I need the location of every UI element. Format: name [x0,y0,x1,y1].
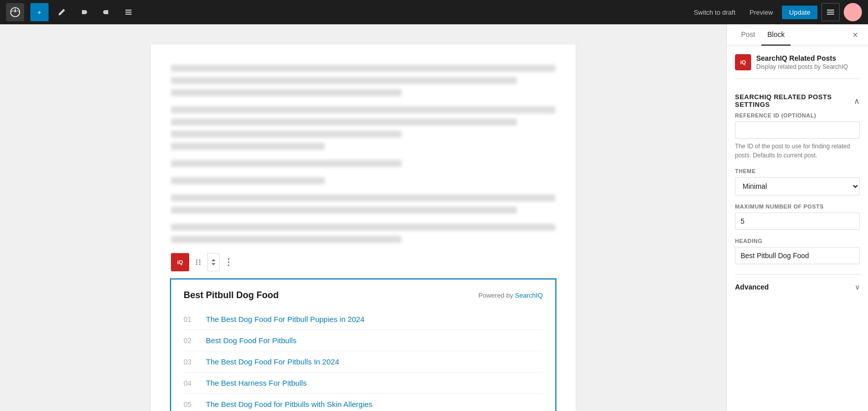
svg-point-10 [199,262,200,263]
heading-field-group: HEADING [735,238,860,264]
advanced-title: Advanced [735,283,769,291]
tab-post[interactable]: Post [735,24,761,46]
redo-button[interactable] [97,3,115,21]
edit-button[interactable] [53,3,71,21]
toolbar: + Switch to draft Preview Update [0,0,868,24]
editor-content: iQ [151,45,576,411]
drag-icon [195,259,202,266]
svg-rect-6 [827,14,834,15]
settings-collapse-icon: ∧ [854,96,860,106]
wp-logo [6,3,24,21]
blurred-content-2 [171,106,555,150]
switch-to-draft-button[interactable]: Switch to draft [688,6,740,19]
list-item: 02 Best Dog Food For Pitbulls [184,330,543,351]
svg-point-15 [228,265,230,266]
item-link[interactable]: The Best Dog Food For Pitbull Puppies in… [206,315,365,323]
move-up-icon [211,259,216,262]
block-info: iQ SearchIQ Related Posts Display relate… [735,54,860,79]
svg-point-12 [199,264,200,265]
max-posts-field-group: MAXIMUM NUMBER OF POSTS [735,203,860,230]
reference-id-input[interactable] [735,121,860,139]
svg-point-8 [199,260,200,261]
tab-block[interactable]: Block [761,24,791,46]
settings-section-title: SearchIQ Related Posts Settings [735,93,854,108]
theme-label: THEME [735,168,860,174]
sidebar-close-button[interactable]: × [850,24,860,46]
block-move-buttons[interactable] [207,253,220,271]
undo-icon [80,8,88,16]
move-down-icon [211,263,216,266]
add-block-button[interactable]: + [30,3,49,21]
advanced-header[interactable]: Advanced ∨ [735,279,860,295]
list-icon [124,8,133,16]
preview-button[interactable]: Preview [745,6,778,19]
settings-button[interactable] [821,3,840,21]
reference-id-field-group: REFERENCE ID (OPTIONAL) The ID of the po… [735,112,860,160]
item-link[interactable]: The Best Dog Food for Pitbulls with Skin… [206,400,372,408]
heading-label: HEADING [735,238,860,244]
svg-point-13 [228,259,230,260]
item-number: 03 [184,358,198,366]
related-posts-widget: Best Pitbull Dog Food Powered by SearchI… [171,279,555,411]
list-item: 03 The Best Dog Food For Pitbulls In 202… [184,351,543,373]
undo-button[interactable] [75,3,93,21]
widget-title: Best Pitbull Dog Food [184,290,279,301]
item-link[interactable]: The Best Harness For Pitbulls [206,379,307,387]
advanced-section: Advanced ∨ [735,274,860,295]
list-view-button[interactable] [119,3,138,21]
searchiq-link[interactable]: SearchIQ [515,292,543,299]
blurred-content-3 [171,160,555,167]
max-posts-label: MAXIMUM NUMBER OF POSTS [735,203,860,210]
heading-input[interactable] [735,247,860,264]
block-details: SearchIQ Related Posts Display related p… [756,54,848,70]
advanced-chevron-icon: ∨ [855,283,860,291]
widget-header: Best Pitbull Dog Food Powered by SearchI… [184,290,543,301]
svg-rect-4 [827,10,834,11]
svg-rect-1 [125,10,132,11]
redo-icon [102,8,110,16]
list-item: 05 The Best Dog Food for Pitbulls with S… [184,394,543,411]
related-posts-list: 01 The Best Dog Food For Pitbull Puppies… [184,309,543,411]
settings-icon [827,8,835,16]
edit-icon [58,8,66,16]
blurred-content-5 [171,194,555,214]
block-description: Display related posts by SearchIQ [756,63,848,70]
svg-point-14 [228,262,230,263]
block-name: SearchIQ Related Posts [756,54,848,62]
block-toolbar: iQ [171,253,555,271]
blurred-content-6 [171,224,555,243]
user-avatar[interactable] [844,3,862,21]
block-iq-icon-button[interactable]: iQ [171,253,189,271]
more-options-icon [228,258,230,266]
item-number: 01 [184,315,198,323]
max-posts-input[interactable] [735,213,860,230]
theme-field-group: THEME Minimal Standard Classic [735,168,860,195]
svg-rect-2 [125,12,132,13]
sidebar-content: iQ SearchIQ Related Posts Display relate… [727,46,868,411]
block-more-options-button[interactable] [220,253,238,271]
block-icon: iQ [735,54,751,70]
svg-point-7 [196,260,197,261]
update-button[interactable]: Update [782,6,817,19]
editor-area: iQ [0,24,726,411]
item-number: 04 [184,379,198,387]
svg-rect-5 [827,12,834,13]
item-link[interactable]: Best Dog Food For Pitbulls [206,336,296,345]
theme-select[interactable]: Minimal Standard Classic [735,177,860,195]
svg-point-9 [196,262,197,263]
wordpress-icon [10,7,20,17]
svg-point-11 [196,264,197,265]
list-item: 04 The Best Harness For Pitbulls [184,373,543,394]
settings-section: SearchIQ Related Posts Settings ∧ REFERE… [735,89,860,264]
toolbar-right: Switch to draft Preview Update [688,3,862,21]
main-area: iQ [0,24,868,411]
item-number: 05 [184,400,198,408]
blurred-content-4 [171,177,555,184]
item-link[interactable]: The Best Dog Food For Pitbulls In 2024 [206,357,339,366]
powered-by: Powered by SearchIQ [479,292,543,299]
block-drag-handle[interactable] [189,253,207,271]
item-number: 02 [184,337,198,345]
settings-section-header[interactable]: SearchIQ Related Posts Settings ∧ [735,89,860,112]
reference-id-hint: The ID of the post to use for finding re… [735,142,860,160]
blurred-content-1 [171,65,555,96]
